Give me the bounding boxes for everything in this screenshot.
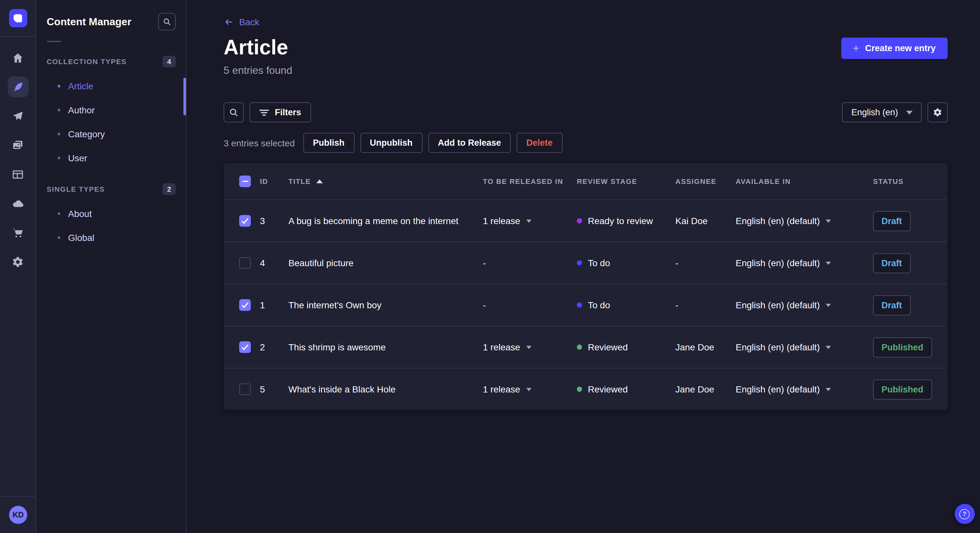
sidebar-item-article[interactable]: Article [36, 74, 186, 98]
strapi-logo[interactable] [9, 9, 27, 27]
cell-id: 2 [260, 342, 288, 352]
status-badge: Draft [873, 295, 910, 315]
status-badge: Draft [873, 211, 910, 231]
stage-label: Reviewed [588, 384, 628, 394]
divider [0, 36, 36, 37]
create-new-entry-button[interactable]: + Create new entry [841, 38, 947, 59]
cell-available-in[interactable]: English (en) (default) [736, 342, 873, 352]
row-checkbox[interactable] [239, 341, 251, 353]
column-header-review-stage[interactable]: REVIEW STAGE [577, 178, 675, 185]
cell-released-in[interactable]: 1 release [483, 342, 577, 352]
cell-available-in[interactable]: English (en) (default) [736, 300, 873, 310]
row-checkbox[interactable] [239, 215, 251, 227]
user-avatar[interactable]: KD [9, 506, 27, 524]
cell-id: 3 [260, 216, 288, 226]
home-icon[interactable] [8, 47, 28, 68]
stage-dot-icon [577, 387, 582, 392]
search-icon [229, 108, 239, 117]
column-header-status[interactable]: STATUS [873, 178, 932, 185]
check-icon [241, 343, 249, 351]
sidebar-item-global[interactable]: Global [36, 225, 186, 249]
cell-released-in[interactable]: 1 release [483, 216, 577, 226]
cell-released-in: - [483, 258, 577, 268]
table-row[interactable]: 5 What's inside a Black Hole 1 release R… [224, 368, 947, 410]
sidebar-item-category[interactable]: Category [36, 122, 186, 146]
search-button[interactable] [158, 13, 176, 30]
selection-count: 3 entries selected [224, 138, 294, 148]
cell-title: Beautiful picture [288, 258, 483, 268]
status-badge: Published [873, 379, 932, 399]
marketplace-icon[interactable] [8, 222, 28, 243]
sidebar-item-user[interactable]: User [36, 146, 186, 170]
settings-icon[interactable] [8, 251, 28, 272]
locale-label: English (en) (default) [736, 216, 820, 226]
releases-icon[interactable] [8, 106, 28, 126]
sidebar-item-author[interactable]: Author [36, 98, 186, 122]
select-all-checkbox[interactable] [239, 176, 251, 187]
locale-select[interactable]: English (en) [842, 102, 921, 122]
chevron-down-icon [826, 346, 831, 349]
search-button[interactable] [224, 102, 244, 122]
cell-title: The internet's Own boy [288, 300, 483, 310]
sidebar-item-label: Article [68, 81, 93, 91]
stage-label: To do [588, 300, 610, 310]
app-window: KD Content Manager COLLECTION TYPES 4 Ar… [0, 0, 980, 533]
locale-label: English (en) (default) [736, 258, 820, 268]
column-header-title[interactable]: TITLE [288, 178, 483, 185]
content-type-builder-icon[interactable] [8, 164, 28, 185]
table-row[interactable]: 4 Beautiful picture - To do - English (e… [224, 241, 947, 284]
add-to-release-button[interactable]: Add to Release [428, 133, 511, 153]
unpublish-button[interactable]: Unpublish [360, 133, 422, 153]
column-header-available-in[interactable]: AVAILABLE IN [736, 178, 873, 185]
cell-id: 4 [260, 258, 288, 268]
plus-icon: + [853, 43, 859, 54]
stage-dot-icon [577, 344, 582, 350]
stage-dot-icon [577, 218, 582, 224]
check-icon [241, 217, 249, 225]
cell-released-in[interactable]: 1 release [483, 384, 577, 394]
strapi-logo-glyph [14, 14, 22, 22]
cell-review-stage: To do [577, 258, 675, 268]
cell-status: Draft [873, 253, 932, 273]
delete-button[interactable]: Delete [517, 133, 562, 153]
cell-assignee: - [675, 300, 736, 310]
deploy-icon[interactable] [8, 193, 28, 214]
cell-available-in[interactable]: English (en) (default) [736, 258, 873, 268]
table-row[interactable]: 2 This shrimp is awesome 1 release Revie… [224, 326, 947, 368]
content-manager-icon[interactable] [8, 76, 28, 97]
divider [0, 496, 36, 497]
release-label: 1 release [483, 342, 520, 352]
cell-title: A bug is becoming a meme on the internet [288, 216, 483, 226]
sidebar-item-label: User [68, 152, 87, 163]
cell-available-in[interactable]: English (en) (default) [736, 216, 873, 226]
cell-available-in[interactable]: English (en) (default) [736, 384, 873, 394]
cell-id: 1 [260, 300, 288, 310]
locale-value: English (en) [851, 108, 898, 117]
row-checkbox[interactable] [239, 257, 251, 269]
help-button[interactable]: ? [955, 504, 975, 524]
view-settings-button[interactable] [927, 102, 947, 122]
create-button-label: Create new entry [865, 43, 935, 53]
stage-dot-icon [577, 260, 582, 265]
table-row[interactable]: 1 The internet's Own boy - To do - Engli… [224, 284, 947, 326]
back-label: Back [239, 17, 259, 27]
sidebar-item-label: About [68, 208, 92, 219]
collection-types-count-badge: 4 [163, 56, 176, 67]
filters-button[interactable]: Filters [250, 102, 311, 122]
back-link[interactable]: Back [224, 17, 259, 27]
publish-button[interactable]: Publish [303, 133, 354, 153]
subnav-scrollbar[interactable] [183, 78, 186, 115]
bullet-icon [58, 84, 60, 87]
media-library-icon[interactable] [8, 135, 28, 155]
row-checkbox[interactable] [239, 299, 251, 311]
sidebar-item-about[interactable]: About [36, 201, 186, 225]
column-header-id[interactable]: ID [260, 178, 288, 185]
table-row[interactable]: 3 A bug is becoming a meme on the intern… [224, 200, 947, 241]
row-checkbox[interactable] [239, 383, 251, 395]
stage-label: To do [588, 258, 610, 268]
stage-label: Ready to review [588, 216, 653, 226]
cell-assignee: Kai Doe [675, 216, 736, 226]
column-header-assignee[interactable]: ASSIGNEE [675, 178, 736, 185]
column-header-to-be-released-in[interactable]: TO BE RELEASED IN [483, 178, 577, 185]
status-badge: Draft [873, 253, 910, 273]
